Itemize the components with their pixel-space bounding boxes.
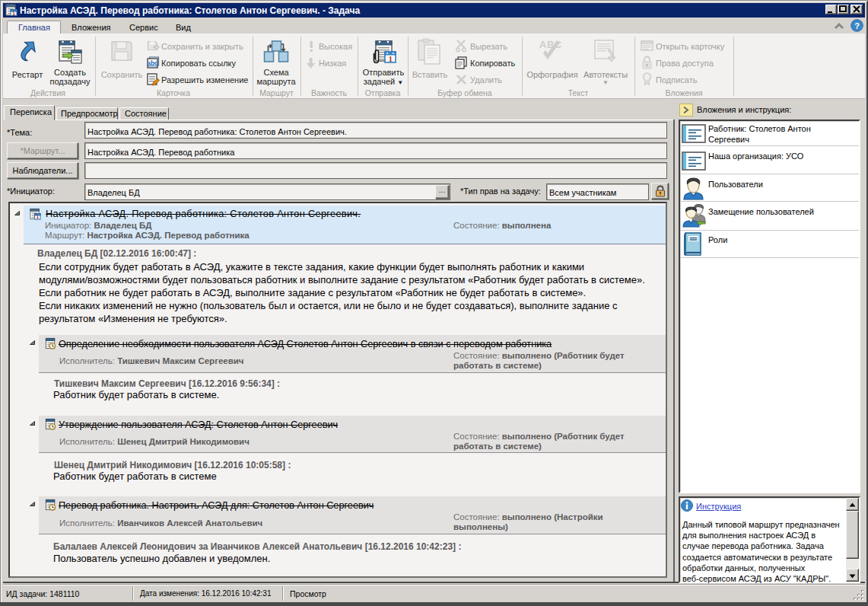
svg-text:1: 1 <box>389 54 393 63</box>
svg-text:ABC: ABC <box>539 39 562 50</box>
svg-text:?: ? <box>854 21 860 30</box>
svg-text:abc: abc <box>147 59 158 67</box>
svg-text:1: 1 <box>37 214 40 219</box>
svg-text:1: 1 <box>12 11 15 16</box>
